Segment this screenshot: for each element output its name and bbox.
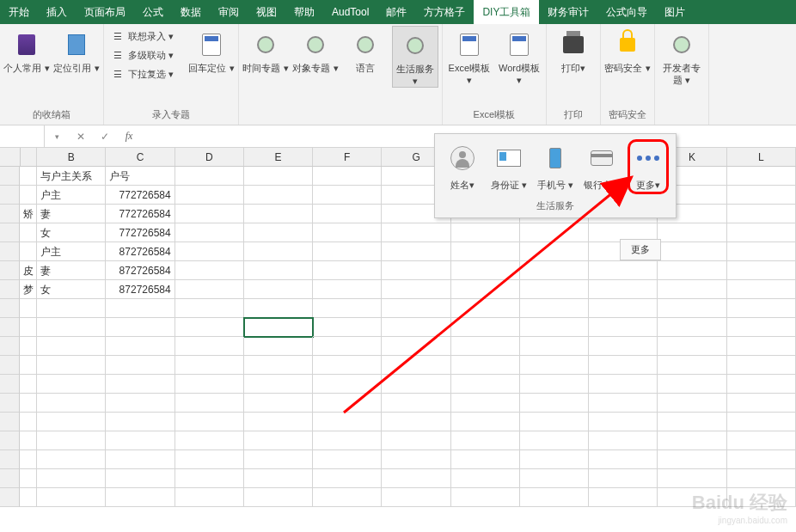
cell[interactable] xyxy=(382,431,450,450)
tab-start[interactable]: 开始 xyxy=(0,0,38,24)
cell[interactable] xyxy=(244,261,313,280)
cell[interactable] xyxy=(658,318,726,337)
cell[interactable] xyxy=(20,318,37,337)
cell[interactable]: 梦 xyxy=(20,280,37,299)
excel-template-button[interactable]: Excel模板 ▾ xyxy=(446,26,493,86)
cell[interactable]: 皮 xyxy=(20,261,37,280)
cell[interactable]: 772726584 xyxy=(106,186,175,205)
tab-formula[interactable]: 公式 xyxy=(134,0,172,24)
cell[interactable]: 772726584 xyxy=(106,205,175,223)
cell[interactable] xyxy=(175,413,244,431)
row-header[interactable] xyxy=(0,280,20,299)
cell[interactable] xyxy=(244,488,313,507)
cell[interactable] xyxy=(244,356,313,375)
cell[interactable] xyxy=(244,280,313,299)
cancel-formula-button[interactable]: ✕ xyxy=(69,125,93,147)
tab-image[interactable]: 图片 xyxy=(656,0,694,24)
cell[interactable] xyxy=(20,167,37,186)
name-button[interactable]: 姓名▾ xyxy=(442,139,483,194)
tab-review[interactable]: 审阅 xyxy=(210,0,248,24)
tab-finance[interactable]: 财务审计 xyxy=(539,0,597,24)
row-header[interactable] xyxy=(0,450,20,469)
cell[interactable] xyxy=(175,450,244,469)
phone-button[interactable]: 手机号 ▾ xyxy=(535,139,576,194)
cell[interactable] xyxy=(451,280,520,299)
row-header[interactable] xyxy=(0,205,20,223)
cell[interactable] xyxy=(175,488,244,507)
cell[interactable] xyxy=(244,469,313,488)
cell[interactable] xyxy=(20,337,37,356)
cell[interactable] xyxy=(382,337,450,356)
cell[interactable] xyxy=(37,337,106,356)
cell[interactable] xyxy=(313,223,382,242)
id-button[interactable]: 身份证 ▾ xyxy=(488,139,530,194)
tab-diy[interactable]: DIY工具箱 xyxy=(474,0,539,24)
row-header[interactable] xyxy=(0,299,20,318)
name-box[interactable] xyxy=(0,125,45,147)
row-header[interactable] xyxy=(0,413,20,431)
cell[interactable] xyxy=(175,318,244,337)
cell[interactable] xyxy=(520,242,589,261)
cell[interactable] xyxy=(106,413,175,431)
cell[interactable] xyxy=(20,375,37,394)
cell[interactable] xyxy=(451,261,520,280)
cell[interactable] xyxy=(244,167,313,186)
cell[interactable] xyxy=(589,488,658,507)
cell[interactable] xyxy=(313,394,382,413)
cell[interactable] xyxy=(313,356,382,375)
col-B[interactable]: B xyxy=(37,148,106,166)
tab-data[interactable]: 数据 xyxy=(172,0,210,24)
cell[interactable] xyxy=(244,413,313,431)
cell[interactable] xyxy=(727,223,796,242)
cell[interactable] xyxy=(37,431,106,450)
cell[interactable] xyxy=(727,356,796,375)
cell[interactable] xyxy=(313,299,382,318)
cell[interactable] xyxy=(382,488,450,507)
multi-link-button[interactable]: ☰多级联动 ▾ xyxy=(107,46,185,64)
col-C[interactable]: C xyxy=(106,148,175,166)
cell[interactable]: 女 xyxy=(37,280,106,299)
cell[interactable] xyxy=(106,394,175,413)
cell[interactable] xyxy=(175,223,244,242)
cell[interactable] xyxy=(175,299,244,318)
cell[interactable] xyxy=(727,431,796,450)
cell[interactable]: 女 xyxy=(37,223,106,242)
cell[interactable] xyxy=(175,337,244,356)
cell[interactable]: 872726584 xyxy=(106,242,175,261)
cell[interactable] xyxy=(451,356,520,375)
cell[interactable] xyxy=(20,488,37,507)
row-header[interactable] xyxy=(0,223,20,242)
cell[interactable] xyxy=(451,413,520,431)
cell[interactable] xyxy=(658,431,726,450)
cell[interactable] xyxy=(175,394,244,413)
cell[interactable] xyxy=(520,450,589,469)
accept-formula-button[interactable]: ✓ xyxy=(93,125,117,147)
personal-frequent-button[interactable]: 个人常用 ▾ xyxy=(3,26,50,74)
cell[interactable] xyxy=(382,280,450,299)
cell[interactable] xyxy=(244,431,313,450)
cell[interactable] xyxy=(589,337,658,356)
language-button[interactable]: 语言 xyxy=(342,26,389,74)
col-F[interactable]: F xyxy=(313,148,382,166)
cell[interactable] xyxy=(37,413,106,431)
cell[interactable] xyxy=(589,299,658,318)
cell[interactable] xyxy=(589,413,658,431)
cell[interactable] xyxy=(175,242,244,261)
cell[interactable] xyxy=(20,299,37,318)
tab-audtool[interactable]: AudTool xyxy=(323,0,377,24)
enter-locate-button[interactable]: 回车定位 ▾ xyxy=(188,26,235,74)
row-header[interactable] xyxy=(0,318,20,337)
cell[interactable] xyxy=(658,375,726,394)
cell[interactable] xyxy=(451,223,520,242)
cell[interactable] xyxy=(175,280,244,299)
tab-layout[interactable]: 页面布局 xyxy=(76,0,134,24)
time-topic-button[interactable]: 时间专题 ▾ xyxy=(242,26,289,74)
cell[interactable] xyxy=(106,431,175,450)
cell[interactable] xyxy=(313,413,382,431)
cell[interactable] xyxy=(106,488,175,507)
cell[interactable] xyxy=(520,299,589,318)
cell[interactable] xyxy=(658,394,726,413)
col-L[interactable]: L xyxy=(727,148,796,166)
cell[interactable] xyxy=(20,394,37,413)
fx-button[interactable]: fx xyxy=(117,125,141,147)
